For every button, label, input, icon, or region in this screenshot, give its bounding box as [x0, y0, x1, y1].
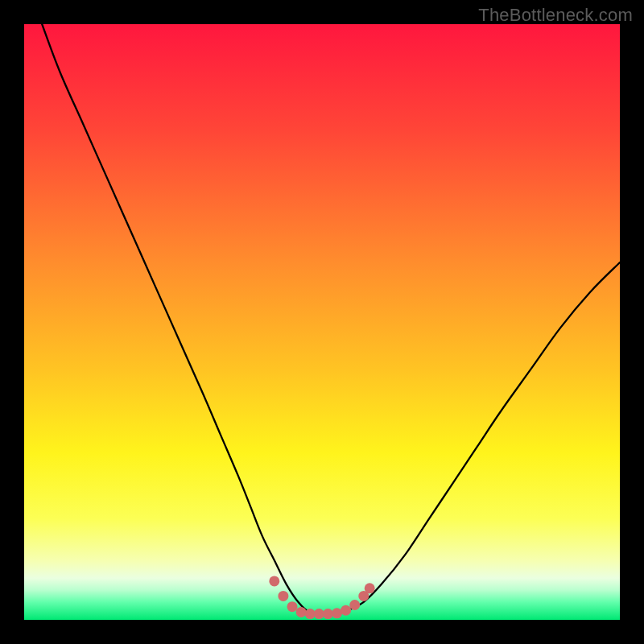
marker-sweet-spot-markers: [332, 608, 342, 618]
marker-sweet-spot-markers: [365, 583, 375, 593]
curve-layer: [24, 24, 620, 620]
marker-sweet-spot-markers: [269, 576, 279, 586]
marker-sweet-spot-markers: [296, 607, 307, 617]
marker-sweet-spot-markers: [323, 609, 333, 619]
marker-sweet-spot-markers: [287, 601, 298, 612]
watermark-text: TheBottleneck.com: [478, 5, 633, 26]
marker-sweet-spot-markers: [278, 591, 288, 601]
marker-sweet-spot-markers: [341, 605, 351, 616]
marker-sweet-spot-markers: [305, 609, 316, 619]
chart-frame: TheBottleneck.com: [0, 0, 644, 644]
marker-sweet-spot-markers: [349, 600, 360, 610]
marker-sweet-spot-markers: [314, 609, 324, 619]
plot-area: [24, 24, 620, 620]
series-bottleneck-curve: [42, 24, 620, 614]
